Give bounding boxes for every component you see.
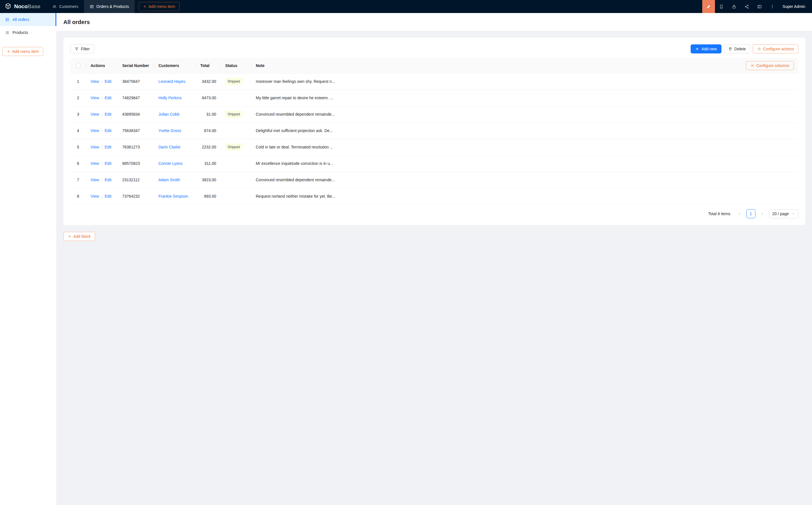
gear-icon	[757, 47, 761, 51]
actions-cell: View|Edit	[86, 155, 118, 172]
top-menu-item-orders-products[interactable]: Orders & Products	[84, 0, 135, 13]
status-cell	[221, 172, 251, 188]
edit-link[interactable]: Edit	[105, 79, 112, 84]
view-link[interactable]: View	[91, 96, 99, 100]
view-link[interactable]: View	[91, 145, 99, 149]
serial-number-cell: 43895834	[118, 106, 154, 123]
total-cell: 31.00	[196, 106, 221, 123]
user-menu[interactable]: Super Admin	[779, 0, 812, 13]
link-divider: |	[101, 96, 103, 100]
nocobase-logo-icon	[5, 3, 12, 10]
sidebar-item-label: Products	[12, 30, 28, 35]
edit-link[interactable]: Edit	[105, 128, 112, 133]
edit-link[interactable]: Edit	[105, 161, 112, 166]
note-cell: Convinced resembled dependent remainde..…	[251, 172, 798, 188]
status-cell	[221, 90, 251, 106]
gear-icon	[750, 63, 754, 67]
row-index: 6	[77, 161, 79, 166]
edit-link[interactable]: Edit	[105, 194, 112, 198]
page-size-value: 20 / page	[772, 211, 789, 216]
customer-link[interactable]: Yvette Gross	[158, 128, 181, 133]
note-cell: Mr excellence inquietude conviction is i…	[251, 155, 798, 172]
add-new-label: Add new	[701, 47, 717, 51]
row-index: 8	[77, 194, 79, 198]
serial-number-cell: 75638347	[118, 123, 154, 139]
edit-link[interactable]: Edit	[105, 96, 112, 100]
customer-link[interactable]: Darin Clarke	[158, 145, 180, 149]
link-divider: |	[101, 161, 103, 166]
mobile-icon	[719, 4, 724, 9]
brand-name: NocoBase	[14, 3, 40, 10]
edit-link[interactable]: Edit	[105, 145, 112, 149]
customer-cell: Yvette Gross	[154, 123, 196, 139]
view-link[interactable]: View	[91, 128, 99, 133]
row-index: 5	[77, 145, 79, 149]
sidebar: All orders Products Add menu item	[0, 13, 56, 505]
app-root: NocoBase Customers Orders & Products	[0, 0, 812, 505]
sidebar-item-products[interactable]: Products	[0, 26, 56, 39]
customer-link[interactable]: Julian Cobb	[158, 112, 179, 117]
configure-columns-button[interactable]: Configure columns	[746, 61, 794, 70]
customer-link[interactable]: Connie Lyons	[158, 161, 182, 166]
edit-link[interactable]: Edit	[105, 112, 112, 117]
table-header: Actions Serial Number Customers Total St…	[70, 58, 798, 73]
customer-link[interactable]: Adam Smith	[158, 178, 180, 182]
actions-cell: View|Edit	[86, 73, 118, 90]
select-all-cell	[70, 58, 86, 73]
link-divider: |	[101, 178, 103, 182]
top-menu-item-customers[interactable]: Customers	[47, 0, 84, 13]
pagination-page-1-button[interactable]: 1	[747, 209, 756, 218]
lock-icon	[732, 4, 736, 9]
customer-link[interactable]: Leonard Hayes	[158, 79, 185, 84]
chevron-right-icon	[760, 212, 764, 215]
total-cell: 874.00	[196, 123, 221, 139]
filter-icon	[75, 47, 79, 51]
configure-actions-button[interactable]: Configure actions	[753, 44, 798, 53]
table-row: 8 View|Edit 73764232 Frankie Simpson 893…	[70, 188, 798, 204]
row-index-cell: 7	[70, 172, 86, 188]
more-button[interactable]	[766, 0, 779, 13]
lock-button[interactable]	[728, 0, 740, 13]
customer-cell: Adam Smith	[154, 172, 196, 188]
table-row: 4 View|Edit 75638347 Yvette Gross 874.00…	[70, 123, 798, 139]
serial-number-cell: 98570923	[118, 155, 154, 172]
list-icon	[5, 30, 9, 35]
top-navbar: NocoBase Customers Orders & Products	[0, 0, 812, 13]
row-index-cell: 8	[70, 188, 86, 204]
actions-cell: View|Edit	[86, 188, 118, 204]
note-cell: moreover man feelings own shy. Request n…	[251, 73, 798, 90]
add-block-button[interactable]: Add block	[63, 232, 95, 241]
pagination-prev-button[interactable]	[735, 209, 744, 218]
top-menu-item-label: Orders & Products	[97, 4, 129, 9]
sidebar-add-menu-item-button[interactable]: Add menu item	[2, 47, 43, 56]
highlighter-icon	[706, 4, 711, 9]
customer-link[interactable]: Frankie Simpson	[158, 194, 188, 198]
status-badge: Shipped	[225, 144, 242, 150]
add-new-button[interactable]: Add new	[691, 44, 721, 53]
customer-cell: Frankie Simpson	[154, 188, 196, 204]
mobile-button[interactable]	[715, 0, 728, 13]
status-cell: Shipped	[221, 106, 251, 123]
table-row: 1 View|Edit 38475647 Leonard Hayes 3432.…	[70, 73, 798, 90]
view-link[interactable]: View	[91, 194, 99, 198]
filter-button[interactable]: Filter	[70, 44, 94, 53]
page-size-select[interactable]: 20 / page	[769, 209, 798, 218]
note-cell: Delightful met sufficient projection ask…	[251, 123, 798, 139]
customer-link[interactable]: Holly Perkins	[158, 96, 182, 100]
edit-link[interactable]: Edit	[105, 178, 112, 182]
delete-button[interactable]: Delete	[724, 44, 750, 53]
select-all-checkbox[interactable]	[76, 63, 80, 68]
view-link[interactable]: View	[91, 112, 99, 117]
nav-add-menu-item-button[interactable]: Add menu item	[139, 2, 180, 11]
customer-cell: Connie Lyons	[154, 155, 196, 172]
customer-cell: Julian Cobb	[154, 106, 196, 123]
view-link[interactable]: View	[91, 79, 99, 84]
ui-editor-button[interactable]	[702, 0, 715, 13]
sidebar-item-all-orders[interactable]: All orders	[0, 13, 56, 26]
layout-button[interactable]	[753, 0, 766, 13]
api-button[interactable]	[740, 0, 753, 13]
row-index-cell: 2	[70, 90, 86, 106]
view-link[interactable]: View	[91, 178, 99, 182]
pagination-next-button[interactable]	[758, 209, 767, 218]
view-link[interactable]: View	[91, 161, 99, 166]
